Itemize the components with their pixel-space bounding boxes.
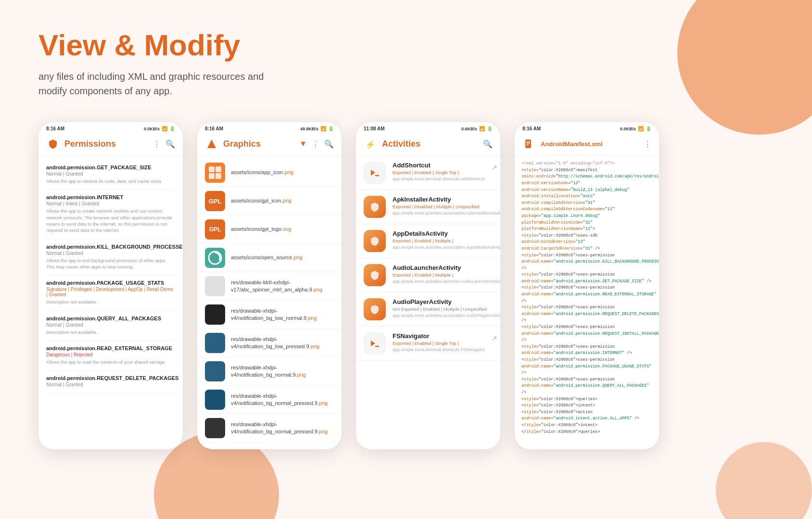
activity-name: AddShortcut <box>393 162 485 169</box>
graphic-thumbnail: GPL <box>205 191 225 211</box>
svg-rect-12 <box>526 141 530 142</box>
activity-info: FSNavigator Exported | Enabled | Single … <box>393 332 485 353</box>
permission-status: Signature | Privileged | Development | A… <box>46 287 175 297</box>
activity-info: AppDetailsActivity Exported | Enabled | … <box>393 230 500 251</box>
permission-item: android.permission.GET_PACKAGE_SIZE Norm… <box>46 160 175 190</box>
activity-package: app.simple.inure.activities.association.… <box>393 210 500 216</box>
svg-rect-2 <box>216 166 221 172</box>
activity-item[interactable]: AppDetailsActivity Exported | Enabled | … <box>356 224 500 258</box>
launch-button[interactable]: ↗ <box>492 334 497 342</box>
permission-item: android.permission.QUERY_ALL_PACKAGES No… <box>46 311 175 341</box>
xml-line: platformBuildVersionName="12"> <box>521 226 652 233</box>
activity-item[interactable]: AudioLauncherActivity Exported | Enabled… <box>356 258 500 292</box>
xml-line: android:name="android.permission.GET_PAC… <box>521 278 652 285</box>
graphic-item[interactable]: assets/icons/app_icon.png <box>197 159 342 187</box>
app-header-title-graphics: Graphics <box>223 139 294 149</box>
app-header-permissions: Permissions ⋮ 🔍 <box>38 133 183 156</box>
permission-status: Normal | Granted <box>46 322 175 328</box>
status-right-2: 49.8KB/s 📶 🔋 <box>300 126 334 131</box>
phone-manifest: 8:16 AM 0.0KB/s 📶 🔋 AndroidManifest. <box>515 122 659 449</box>
xml-line: <style="color:#2060c0">uses-permission <box>521 253 652 259</box>
filter-icon[interactable]: ▼ <box>299 139 307 148</box>
graphic-item[interactable]: GPL assets/icons/gpl_logo.svg <box>197 215 342 244</box>
activities-list: AddShortcut Exported | Enabled | Single … <box>356 156 500 361</box>
graphic-item[interactable]: res/drawable-xhdpi-v4/notification_bg_no… <box>197 357 342 386</box>
hero-title: View & Modify <box>38 29 774 62</box>
graphic-thumbnail <box>205 361 225 381</box>
app-header-title-permissions: Permissions <box>64 139 148 149</box>
permission-status: Dangerous | Rejected <box>46 352 175 357</box>
activity-name: FSNavigator <box>393 332 485 340</box>
graphics-app-icon <box>205 137 218 151</box>
search-icon-2[interactable]: 🔍 <box>324 139 334 149</box>
activity-item[interactable]: AddShortcut Exported | Enabled | Single … <box>356 156 500 190</box>
permission-desc: Allows the app to read the contents of y… <box>46 359 175 365</box>
graphic-item[interactable]: res/drawable-xhdpi-v4/notification_bg_no… <box>197 414 342 443</box>
permission-item: android.permission.READ_EXTERNAL_STORAGE… <box>46 341 175 370</box>
activity-terminal-icon <box>364 162 386 184</box>
graphic-thumbnail: GPL <box>205 219 225 240</box>
battery-icon-4: 🔋 <box>646 126 651 131</box>
xml-line: android:compileSdkVersionCodename="12" <box>521 206 652 213</box>
battery-icon-3: 🔋 <box>487 126 493 131</box>
activity-terminal-icon <box>364 332 386 354</box>
svg-rect-3 <box>209 173 215 179</box>
phone-graphics: 8:16 AM 49.8KB/s 📶 🔋 Graphics ▼ ⋮ 🔍 <box>197 122 342 449</box>
xml-line: package="app.simple.inure.debug" platfor… <box>521 213 652 226</box>
app-header-title-manifest: AndroidManifest.xml <box>541 140 639 148</box>
battery-icon-1: 🔋 <box>169 126 175 131</box>
xml-line: <style="color:#2060c0">uses-permission <box>521 324 652 331</box>
svg-marker-9 <box>371 341 375 346</box>
permission-item: android.permission.INTERNET Normal | Int… <box>46 190 175 239</box>
graphic-item[interactable]: assets/icons/open_source.png <box>197 244 342 272</box>
signal-icon-1: 📶 <box>162 126 167 131</box>
graphic-item[interactable]: GPL assets/icons/gpl_icon.png <box>197 187 342 215</box>
status-bar-2: 8:16 AM 49.8KB/s 📶 🔋 <box>197 122 342 133</box>
xml-line: android:name="android.permission.REQUEST… <box>521 331 652 344</box>
xml-line: <style="color:#2060c0">uses-permission <box>521 377 652 383</box>
permission-desc: Description not available. <box>46 299 175 305</box>
permission-name: android.permission.PACKAGE_USAGE_STATS <box>46 280 175 286</box>
graphic-thumbnail <box>205 248 225 268</box>
permission-item: android.permission.REQUEST_DELETE_PACKAG… <box>46 370 175 394</box>
activity-item[interactable]: FSNavigator Exported | Enabled | Single … <box>356 327 500 361</box>
page-container: View & Modify any files of including XML… <box>0 0 812 468</box>
xml-line: <style="color:#2060c0">uses-permission <box>521 272 652 278</box>
permission-item: android.permission.PACKAGE_USAGE_STATS S… <box>46 275 175 310</box>
status-right-1: 0.5KB/s 📶 🔋 <box>144 126 175 131</box>
activity-name: ApkInstallerActivity <box>393 196 500 203</box>
graphic-item[interactable]: res/drawable-xhdpi-v4/notification_bg_no… <box>197 386 342 414</box>
graphic-filename: assets/icons/gpl_logo.svg <box>231 226 291 233</box>
activity-item[interactable]: ApkInstallerActivity Exported | Disabled… <box>356 190 500 224</box>
status-time-3: 11:08 AM <box>364 126 385 131</box>
graphic-filename: res/drawable-xhdpi-v4/notification_bg_lo… <box>231 336 334 351</box>
search-icon-1[interactable]: 🔍 <box>165 139 175 149</box>
status-time-4: 8:16 AM <box>522 126 541 131</box>
status-bar-3: 11:08 AM 0.6KB/s 📶 🔋 <box>356 122 500 133</box>
header-actions-graphics: ▼ ⋮ 🔍 <box>299 139 334 149</box>
more-options-icon-2[interactable]: ⋮ <box>312 139 319 149</box>
more-options-icon-1[interactable]: ⋮ <box>153 139 161 149</box>
graphic-item[interactable]: res/drawable-ldrtl-xxhdpi-v17/abc_spinne… <box>197 272 342 301</box>
graphic-item[interactable]: res/drawable-xhdpi-v4/notification_bg_lo… <box>197 301 342 329</box>
more-options-icon-4[interactable]: ⋮ <box>644 139 651 149</box>
app-header-manifest: AndroidManifest.xml ⋮ <box>515 133 659 156</box>
phone-permissions: 8:16 AM 0.5KB/s 📶 🔋 Permissions ⋮ 🔍 <box>38 122 183 449</box>
graphic-item[interactable]: res/drawable-xhdpi-v4/notification_bg_lo… <box>197 329 342 357</box>
permission-name: android.permission.KILL_BACKGROUND_PROCE… <box>46 244 175 250</box>
search-icon-3[interactable]: 🔍 <box>483 139 493 149</box>
activity-item[interactable]: AudioPlayerActivity Not Exported | Enabl… <box>356 292 500 327</box>
activities-app-icon: ⚡ <box>364 137 377 151</box>
launch-button[interactable]: ↗ <box>492 164 497 171</box>
xml-line: android:name="android.permission.QUERY_A… <box>521 383 652 396</box>
signal-icon-4: 📶 <box>638 126 644 131</box>
activity-name: AudioLauncherActivity <box>393 264 500 271</box>
xml-line: <style="color:#2060c0">uses-permission <box>521 357 652 364</box>
activity-shield-icon <box>364 196 386 218</box>
graphic-thumbnail <box>205 304 225 325</box>
xml-line: android:name="android.permission.KILL_BA… <box>521 259 652 272</box>
xml-line: <style="color:#2060c0">uses-permission <box>521 304 652 311</box>
xml-line: <style="color:#2060c0">intent> <box>521 403 652 409</box>
phones-row: 8:16 AM 0.5KB/s 📶 🔋 Permissions ⋮ 🔍 <box>38 122 774 449</box>
svg-text:⚡: ⚡ <box>366 140 375 149</box>
